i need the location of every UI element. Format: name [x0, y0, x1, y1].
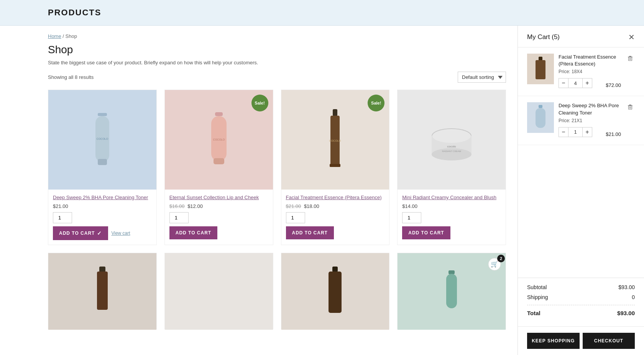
cart-item-row-ci2: − 1 + $21.00	[559, 127, 621, 139]
svg-rect-19	[97, 272, 108, 310]
add-to-cart-label-p3: ADD TO CART	[292, 230, 328, 236]
shipping-label: Shipping	[527, 294, 548, 300]
product-image-svg-p5	[91, 265, 114, 318]
product-card-p5	[48, 253, 157, 329]
svg-rect-21	[329, 272, 342, 313]
cart-close-button[interactable]: ✕	[628, 33, 635, 41]
svg-rect-6	[214, 158, 224, 164]
trash-icon-ci1	[627, 55, 633, 61]
showing-results: Showing all 8 results	[48, 74, 94, 80]
product-image-svg-p8	[440, 268, 463, 314]
cart-item-details-ci1: Facial Treatment Essence (Pitera Essence…	[559, 54, 621, 90]
site-title: PRODUCTS	[48, 8, 629, 18]
product-name-p2[interactable]: Eternal Sunset Collection Lip and Cheek	[169, 194, 268, 201]
product-image-svg-p7	[322, 265, 348, 318]
qty-decrease-ci2[interactable]: −	[559, 127, 568, 137]
product-image-svg-p4: cocolo RADIANT CREAM	[429, 113, 475, 167]
sort-select[interactable]: Default sorting	[458, 72, 506, 83]
svg-text:COCOLO: COCOLO	[329, 139, 341, 142]
cart-icon-wrap-p8: 🛒 2	[488, 258, 501, 272]
add-to-cart-button-p4[interactable]: ADD TO CART	[402, 226, 450, 239]
cart-actions: KEEP SHOPPING CHECKOUT	[518, 326, 644, 355]
product-card-p8: 🛒 2	[397, 253, 506, 329]
qty-decrease-ci1[interactable]: −	[559, 78, 568, 88]
qty-input-p3[interactable]	[286, 212, 305, 223]
product-image-p4: cocolo RADIANT CREAM	[398, 90, 506, 190]
product-card-p6	[164, 253, 273, 329]
qty-increase-ci2[interactable]: +	[582, 127, 592, 137]
product-card-p4: cocolo RADIANT CREAM Mini Radiant Creamy…	[397, 90, 506, 245]
breadcrumb-separator: /	[62, 33, 64, 39]
qty-display-ci2: 1	[568, 127, 582, 137]
add-to-cart-label-p1: ADD TO CART	[59, 231, 95, 236]
price-original-p3: $21.00	[286, 203, 301, 209]
cart-items-list: Facial Treatment Essence (Pitera Essence…	[518, 47, 644, 278]
svg-rect-34	[539, 105, 542, 108]
product-image-p5	[48, 253, 156, 330]
add-to-cart-button-p3[interactable]: ADD TO CART	[286, 226, 334, 239]
cart-item-ci1: Facial Treatment Essence (Pitera Essence…	[518, 47, 644, 96]
site-header: PRODUCTS	[0, 0, 644, 26]
product-name-p4[interactable]: Mini Radiant Creamy Concealer and Blush	[402, 194, 501, 201]
add-to-cart-label-p4: ADD TO CART	[408, 230, 444, 236]
delete-item-ci2[interactable]	[626, 102, 635, 113]
product-name-p3[interactable]: Facial Treatment Essence (Pitera Essence…	[286, 194, 385, 201]
add-to-cart-label-p2: ADD TO CART	[176, 230, 211, 236]
add-cart-row-p1: ADD TO CART ✓ View cart	[53, 226, 152, 240]
svg-rect-26	[539, 57, 542, 61]
product-image-svg-p2: COCOLO	[204, 109, 234, 170]
svg-text:🛒: 🛒	[491, 260, 498, 268]
price-sale-p2: $12.00	[187, 203, 203, 209]
breadcrumb-current: Shop	[66, 33, 77, 39]
svg-rect-18	[99, 267, 105, 272]
product-image-p6	[165, 253, 273, 330]
qty-input-p1[interactable]	[53, 212, 72, 223]
total-label: Total	[527, 310, 540, 316]
delete-item-ci1[interactable]	[626, 54, 635, 64]
add-to-cart-button-p1[interactable]: ADD TO CART ✓	[53, 226, 108, 240]
product-price-p2: $16.00 $12.00	[169, 203, 268, 209]
cart-item-image-svg-ci1	[531, 56, 550, 82]
results-row: Showing all 8 results Default sorting	[48, 72, 506, 83]
keep-shopping-button[interactable]: KEEP SHOPPING	[527, 333, 580, 349]
shop-title: Shop	[48, 44, 506, 56]
svg-rect-10	[330, 164, 340, 167]
svg-rect-4	[215, 112, 223, 116]
subtotal-row: Subtotal $93.00	[527, 284, 635, 290]
svg-text:COCOLO: COCOLO	[213, 138, 225, 141]
breadcrumb: Home / Shop	[48, 33, 506, 39]
checkmark-icon-p1: ✓	[97, 230, 102, 236]
cart-item-name-ci1: Facial Treatment Essence (Pitera Essence…	[559, 54, 621, 67]
cart-item-price-ci1: Price: 18X4	[559, 69, 621, 74]
cart-title: My Cart (5)	[527, 33, 560, 41]
svg-rect-8	[333, 109, 337, 116]
qty-increase-ci1[interactable]: +	[582, 78, 592, 88]
shipping-row: Shipping 0	[527, 294, 635, 300]
svg-rect-27	[536, 60, 545, 79]
svg-rect-24	[449, 270, 455, 274]
product-price-p4: $14.00	[402, 203, 501, 209]
cart-summary: Subtotal $93.00 Shipping 0 Total $93.00	[518, 278, 644, 326]
shop-description: State the biggest use case of your produ…	[48, 60, 506, 65]
svg-rect-36	[629, 105, 631, 105]
product-grid: COCOLO Deep Sweep 2% BHA Pore Cleaning T…	[48, 90, 506, 245]
cart-header: My Cart (5) ✕	[518, 26, 644, 47]
cart-item-row-ci1: − 4 + $72.00	[559, 78, 621, 90]
price-original-p2: $16.00	[169, 203, 185, 209]
price-p4: $14.00	[402, 203, 417, 209]
sale-badge-p3: Sale!	[368, 95, 384, 111]
add-to-cart-button-p2[interactable]: ADD TO CART	[169, 226, 217, 239]
cart-qty-controls-ci1: − 4 +	[559, 78, 592, 88]
checkout-button[interactable]: CHECKOUT	[583, 333, 635, 349]
qty-input-p4[interactable]	[402, 212, 421, 223]
breadcrumb-home[interactable]: Home	[48, 33, 61, 39]
product-card-p2: Sale! COCOLO Eternal Sunset Collection L…	[164, 90, 273, 245]
product-name-p1[interactable]: Deep Sweep 2% BHA Pore Cleaning Toner	[53, 194, 152, 201]
svg-rect-25	[446, 274, 457, 308]
product-info-p3: Facial Treatment Essence (Pitera Essence…	[281, 190, 389, 244]
svg-rect-0	[98, 113, 107, 116]
view-cart-link-p1[interactable]: View cart	[111, 231, 130, 236]
qty-input-p2[interactable]	[169, 212, 189, 223]
product-card-p7	[281, 253, 390, 329]
main-content: Home / Shop Shop State the biggest use c…	[0, 26, 518, 355]
